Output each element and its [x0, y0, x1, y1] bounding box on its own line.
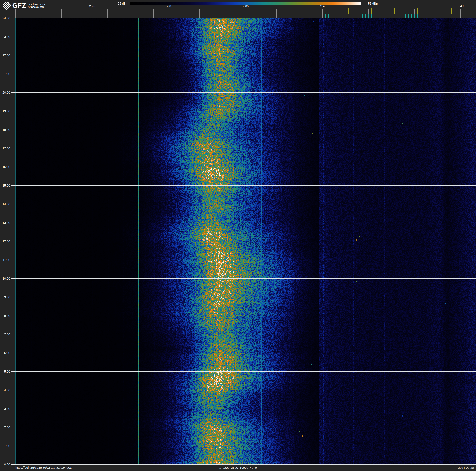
hour-gridline — [11, 129, 476, 130]
spectrogram-page: { "page": { "background": "#242424", "do… — [0, 0, 476, 471]
time-tick-label: 7:00 — [0, 333, 10, 336]
bluetooth-channel-tick — [359, 14, 359, 18]
bluetooth-channel-tick — [399, 14, 399, 18]
bluetooth-channel-tick — [408, 14, 408, 18]
wifi-channel-tick — [451, 8, 452, 14]
freq-major-tick — [200, 9, 200, 18]
freq-major-tick — [322, 9, 323, 18]
logo-org-text: GFZ — [12, 2, 26, 9]
bluetooth-channel-tick — [350, 14, 350, 18]
freq-major-tick — [261, 9, 261, 18]
bluetooth-channel-tick — [424, 14, 424, 18]
bluetooth-channel-tick — [402, 14, 402, 18]
hour-gridline — [11, 18, 476, 18]
bluetooth-channel-tick — [393, 14, 393, 18]
bluetooth-channel-tick — [328, 14, 329, 18]
time-tick-label: 22:00 — [0, 54, 10, 57]
freq-major-tick — [123, 9, 123, 18]
freq-major-tick — [61, 9, 62, 18]
freq-major-tick — [138, 9, 138, 18]
bluetooth-channel-tick — [433, 14, 433, 18]
wifi-channel-tick — [402, 8, 402, 14]
time-tick-label: 3:00 — [0, 407, 10, 410]
time-tick-label: 5:00 — [0, 370, 10, 373]
wifi-channel-tick — [356, 8, 357, 14]
time-tick-label: 14:00 — [0, 202, 10, 206]
hour-gridline — [11, 36, 476, 37]
freq-major-tick — [276, 9, 276, 18]
bluetooth-channel-tick — [414, 14, 415, 18]
freq-major-tick — [92, 9, 92, 18]
hour-gridline — [11, 260, 476, 260]
time-tick-label: 17:00 — [0, 147, 10, 150]
colorbar-max-label: -55 dBm — [367, 2, 391, 5]
hour-gridline — [11, 204, 476, 204]
freq-major-tick — [15, 9, 16, 18]
bluetooth-channel-tick — [430, 14, 430, 18]
hour-gridline — [11, 92, 476, 93]
freq-tick-label: 2.3 — [162, 4, 176, 8]
hour-gridline — [11, 74, 476, 74]
time-tick-label: 10:00 — [0, 277, 10, 280]
bluetooth-channel-tick — [365, 14, 366, 18]
bluetooth-channel-tick — [372, 14, 372, 18]
time-tick-label: 18:00 — [0, 128, 10, 131]
freq-major-tick — [153, 9, 154, 18]
freq-major-tick — [246, 9, 246, 18]
header-bar: GFZ Helmholtz Centre for Geosciences -75… — [0, 0, 476, 18]
freq-major-tick — [215, 9, 215, 18]
time-tick-label: 23:00 — [0, 35, 10, 38]
freq-major-tick — [107, 9, 108, 18]
bluetooth-channel-tick — [344, 14, 344, 18]
time-tick-label: 4:00 — [0, 388, 10, 392]
date-label: 2024-02-20 — [458, 466, 474, 470]
bluetooth-channel-tick — [325, 14, 326, 18]
hour-gridline — [11, 55, 476, 55]
bluetooth-channel-tick — [405, 14, 406, 18]
bluetooth-channel-tick — [439, 14, 439, 18]
bluetooth-channel-tick — [368, 14, 369, 18]
wifi-channel-tick — [348, 8, 349, 14]
gfz-logo-icon — [2, 1, 11, 10]
bluetooth-channel-tick — [356, 14, 357, 18]
bluetooth-channel-tick — [353, 14, 353, 18]
hour-gridline — [11, 371, 476, 372]
freq-major-tick — [31, 9, 31, 18]
wifi-channel-tick — [425, 8, 425, 14]
time-tick-label: 12:00 — [0, 240, 10, 243]
bluetooth-channel-tick — [338, 14, 338, 18]
bluetooth-channel-tick — [390, 14, 390, 18]
hour-gridline — [11, 297, 476, 297]
bluetooth-channel-tick — [436, 14, 436, 18]
wifi-channel-tick — [341, 8, 341, 14]
bluetooth-channel-tick — [445, 14, 445, 18]
bluetooth-channel-tick — [332, 14, 332, 18]
hour-gridline — [11, 409, 476, 409]
bluetooth-channel-tick — [362, 14, 362, 18]
logo: GFZ Helmholtz Centre for Geosciences — [2, 1, 46, 10]
freq-major-tick — [169, 9, 169, 18]
time-tick-label: 15:00 — [0, 184, 10, 187]
logo-subtitle-line2: for Geosciences — [28, 5, 44, 8]
bluetooth-channel-tick — [378, 14, 378, 18]
freq-major-tick — [307, 9, 307, 18]
dataset-id-label: 1_2200_2500_10000_40_0 — [0, 466, 476, 470]
bluetooth-channel-tick — [411, 14, 412, 18]
hour-gridline — [11, 353, 476, 353]
freq-major-tick — [230, 9, 230, 18]
freq-major-tick — [77, 9, 77, 18]
hour-gridline — [11, 148, 476, 148]
time-tick-label: 19:00 — [0, 109, 10, 113]
wifi-channel-tick — [372, 8, 372, 14]
wifi-channel-tick — [418, 8, 418, 14]
bluetooth-channel-tick — [387, 14, 387, 18]
time-tick-label: 20:00 — [0, 91, 10, 94]
logo-subtitle-line1: Helmholtz Centre — [28, 3, 46, 5]
hour-gridline — [11, 427, 476, 428]
time-tick-label: 16:00 — [0, 165, 10, 169]
wifi-channel-tick — [433, 8, 433, 14]
time-tick-label: 8:00 — [0, 314, 10, 317]
wifi-channel-tick — [364, 8, 364, 14]
time-tick-label: 21:00 — [0, 72, 10, 76]
hour-gridline — [11, 185, 476, 186]
